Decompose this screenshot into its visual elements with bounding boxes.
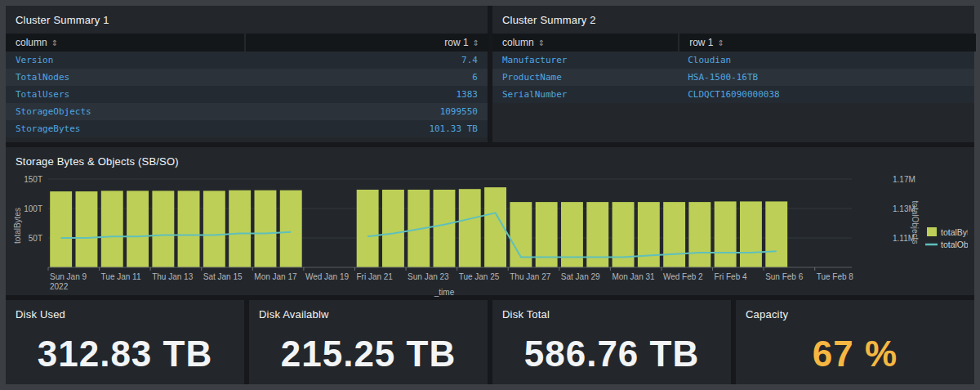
cell-value[interactable]: Cloudian <box>678 55 974 65</box>
single-value-row: Disk Used 312.83 TB Disk Availablw 215.2… <box>6 300 974 384</box>
table-row-SerialNumber[interactable]: SerialNumberCLDQCT16090000038 <box>492 86 974 103</box>
x-tick-label: Sat Jan 29 <box>561 272 600 281</box>
x-tick-label: Fri Feb 4 <box>715 272 747 281</box>
table-row-StorageBytes[interactable]: StorageBytes101.33 TB <box>6 120 488 137</box>
cell-value[interactable]: CLDQCT16090000038 <box>678 89 974 100</box>
cell-key[interactable]: TotalUsers <box>6 89 244 100</box>
y-tick-label-left: 150T <box>24 175 42 184</box>
sort-icon[interactable]: ⇕ <box>717 38 724 47</box>
single-label: Disk Availablw <box>249 300 488 326</box>
single-label: Capacity <box>736 300 974 326</box>
chart-bar-Wed-Jan-12[interactable] <box>127 191 149 267</box>
x-tick-label: Sun Jan 9 <box>50 272 87 281</box>
chart-bar-Fri-Jan-21[interactable] <box>357 190 379 267</box>
cell-key[interactable]: TotalNodes <box>6 72 244 83</box>
cell-value[interactable]: HSA-1500-16TB <box>678 72 974 83</box>
chart-bar-Fri-Feb-4[interactable] <box>715 201 737 267</box>
single-label: Disk Total <box>492 300 731 326</box>
chart-title: Storage Bytes & Objects (SB/SO) <box>6 147 974 173</box>
sort-icon[interactable]: ⇕ <box>538 38 545 47</box>
chart-bar-Sat-Jan-15[interactable] <box>203 191 225 267</box>
x-tick-label-year: 2022 <box>50 282 69 291</box>
storage-chart: 50T1.11M100T1.13M150T1.17MSun Jan 92022T… <box>6 173 974 301</box>
y-axis-title-right: totalObjects <box>911 201 920 244</box>
x-tick-label: Thu Jan 27 <box>510 272 550 281</box>
chart-bar-Mon-Jan-17[interactable] <box>255 191 277 267</box>
cell-key[interactable]: Version <box>6 55 244 65</box>
x-tick-label: Tue Jan 25 <box>459 272 500 281</box>
x-tick-label: Mon Jan 31 <box>612 272 655 281</box>
summary-row: Cluster Summary 1 column⇕row 1⇕Version7.… <box>6 6 974 142</box>
table-row-ProductName[interactable]: ProductNameHSA-1500-16TB <box>492 69 974 86</box>
panel-cluster-summary-1: Cluster Summary 1 column⇕row 1⇕Version7.… <box>6 6 488 142</box>
cell-key[interactable]: ProductName <box>492 72 678 83</box>
y-tick-label-right: 1.17M <box>893 175 915 184</box>
panel-title: Cluster Summary 1 <box>6 6 488 32</box>
chart-bar-Sun-Jan-16[interactable] <box>229 191 251 267</box>
x-tick-label: Fri Jan 21 <box>356 272 393 281</box>
chart-bar-Sat-Jan-22[interactable] <box>382 190 404 267</box>
legend-item-totalBytes[interactable]: totalBytes <box>927 227 968 237</box>
cell-key[interactable]: StorageObjects <box>6 106 244 117</box>
x-axis-title: _time <box>434 288 455 297</box>
panel-disk-used: Disk Used 312.83 TB <box>6 300 244 384</box>
cell-key[interactable]: StorageBytes <box>6 123 244 134</box>
chart-bar-Tue-Jan-18[interactable] <box>280 191 302 267</box>
cell-value[interactable]: 101.33 TB <box>244 123 488 134</box>
column-header-row-1[interactable]: row 1⇕ <box>246 34 489 52</box>
table-header-row: column⇕row 1⇕ <box>6 34 488 52</box>
panel-cluster-summary-2: Cluster Summary 2 column⇕row 1⇕Manufactu… <box>492 6 974 142</box>
dashboard: Cluster Summary 1 column⇕row 1⇕Version7.… <box>6 6 974 384</box>
table-header-row: column⇕row 1⇕ <box>492 34 974 52</box>
chart-bar-Sun-Jan-9[interactable] <box>50 191 72 267</box>
cell-key[interactable]: SerialNumber <box>492 89 678 100</box>
sort-icon[interactable]: ⇕ <box>473 38 479 47</box>
panel-disk-total: Disk Total 586.76 TB <box>492 300 731 384</box>
x-tick-label: Sun Feb 6 <box>765 272 804 281</box>
disk-total-value: 586.76 TB <box>492 334 731 374</box>
chart-bar-Mon-Jan-24[interactable] <box>434 190 456 267</box>
panel-disk-available: Disk Availablw 215.25 TB <box>249 300 488 384</box>
chart-bar-Sat-Feb-5[interactable] <box>740 201 762 267</box>
chart-bar-Tue-Feb-1[interactable] <box>638 202 660 267</box>
table-row-StorageObjects[interactable]: StorageObjects1099550 <box>6 103 488 120</box>
column-header-label: column <box>502 37 534 48</box>
column-header-row-1[interactable]: row 1⇕ <box>679 34 976 52</box>
panel-capacity: Capacity 67 % <box>736 300 974 384</box>
cell-value[interactable]: 6 <box>244 72 488 83</box>
y-axis-title-left: totalBytes <box>13 208 22 244</box>
chart-bar-Tue-Jan-11[interactable] <box>101 191 123 267</box>
chart-bar-Wed-Feb-2[interactable] <box>663 202 685 267</box>
single-label: Disk Used <box>6 300 244 326</box>
chart-bar-Mon-Jan-10[interactable] <box>76 191 98 267</box>
x-tick-label: Tue Jan 11 <box>101 272 141 281</box>
column-header-label: row 1 <box>444 37 468 48</box>
chart-bar-Fri-Jan-14[interactable] <box>178 191 200 267</box>
chart-bar-Sun-Feb-6[interactable] <box>765 201 787 267</box>
cluster-summary-1-table: column⇕row 1⇕Version7.4TotalNodes6TotalU… <box>6 34 488 137</box>
panel-storage-chart: Storage Bytes & Objects (SB/SO) 50T1.11M… <box>6 147 974 295</box>
x-tick-label: Thu Jan 13 <box>152 272 193 281</box>
chart-canvas: 50T1.11M100T1.13M150T1.17MSun Jan 92022T… <box>12 173 968 298</box>
x-tick-label: Mon Jan 17 <box>254 272 297 281</box>
legend-swatch-square <box>927 227 937 236</box>
cell-value[interactable]: 1383 <box>244 89 488 100</box>
x-tick-label: Tue Feb 8 <box>817 272 854 281</box>
legend-item-totalObjects[interactable]: totalObjects <box>925 240 968 249</box>
table-row-TotalNodes[interactable]: TotalNodes6 <box>6 69 488 86</box>
table-row-TotalUsers[interactable]: TotalUsers1383 <box>6 86 488 103</box>
table-row-Version[interactable]: Version7.4 <box>6 52 488 69</box>
cluster-summary-2-table: column⇕row 1⇕ManufacturerCloudianProduct… <box>492 34 974 103</box>
cell-value[interactable]: 7.4 <box>244 55 488 65</box>
chart-bar-Tue-Jan-25[interactable] <box>459 189 481 267</box>
chart-bar-Thu-Feb-3[interactable] <box>688 202 710 267</box>
column-header-column[interactable]: column⇕ <box>492 34 678 52</box>
chart-bar-Thu-Jan-13[interactable] <box>152 191 174 267</box>
disk-available-value: 215.25 TB <box>249 334 488 374</box>
panel-title: Cluster Summary 2 <box>492 6 974 32</box>
cell-value[interactable]: 1099550 <box>244 106 488 117</box>
table-row-Manufacturer[interactable]: ManufacturerCloudian <box>492 52 974 69</box>
cell-key[interactable]: Manufacturer <box>492 55 678 65</box>
sort-icon[interactable]: ⇕ <box>51 38 58 47</box>
column-header-column[interactable]: column⇕ <box>6 34 244 52</box>
